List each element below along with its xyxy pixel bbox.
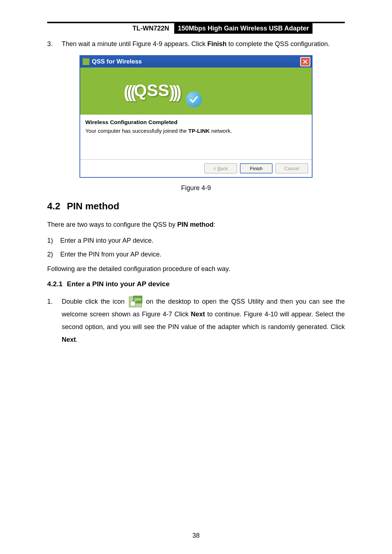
wave-right-icon: ))) — [169, 82, 179, 101]
qss-desktop-icon: QSS — [129, 296, 142, 307]
model-desc: 150Mbps High Gain Wireless USB Adapter — [174, 23, 313, 34]
finish-button[interactable]: Finish — [240, 163, 273, 173]
dialog-heading: Wireless Configuration Completed — [85, 119, 307, 126]
doc-header: TL-WN722N 150Mbps High Gain Wireless USB… — [47, 22, 345, 34]
dialog-footer: < Back Finish Cancel — [80, 159, 312, 177]
shortcut-arrow-icon — [130, 301, 135, 306]
step-num: 3. — [47, 40, 62, 48]
list-item: 1) Enter a PIN into your AP device. — [47, 236, 345, 246]
qss-logo: (((QSS))) — [124, 81, 179, 102]
qss-app-icon — [82, 58, 90, 65]
list-item: 2) Enter the PIN from your AP device. — [47, 250, 345, 260]
step-num: 1. — [47, 295, 62, 346]
cancel-button[interactable]: Cancel — [275, 163, 308, 173]
figure-4-9-wrap: QSS for Wireless (((QSS))) Wireless — [47, 55, 345, 192]
figure-caption: Figure 4-9 — [181, 184, 211, 192]
qss-dialog: QSS for Wireless (((QSS))) Wireless — [79, 55, 313, 178]
section-4-2-heading: 4.2PIN method — [47, 201, 345, 212]
close-icon — [303, 59, 308, 64]
wave-left-icon: ((( — [124, 82, 134, 101]
pin-intro: There are two ways to configure the QSS … — [47, 220, 345, 230]
pin-ways-list: 1) Enter a PIN into your AP device. 2) E… — [47, 236, 345, 260]
dialog-banner: (((QSS))) — [80, 67, 312, 115]
dialog-text: Your computer has successfully joined th… — [85, 128, 307, 134]
section-4-2-1-heading: 4.2.1Enter a PIN into your AP device — [47, 280, 345, 288]
step-text: Then wait a minute until Figure 4-9 appe… — [62, 40, 345, 48]
step-1: 1. Double click the icon QSS on the desk… — [47, 295, 345, 346]
model-code: TL-WN722N — [132, 23, 174, 34]
step-3: 3. Then wait a minute until Figure 4-9 a… — [47, 40, 345, 48]
back-button[interactable]: < Back — [204, 163, 237, 173]
dialog-title: QSS for Wireless — [92, 58, 300, 65]
dialog-titlebar: QSS for Wireless — [80, 56, 312, 67]
following-text: Following are the detailed configuration… — [47, 264, 345, 274]
dialog-body: Wireless Configuration Completed Your co… — [80, 115, 312, 159]
close-button[interactable] — [300, 57, 310, 66]
page-number: 38 — [192, 532, 200, 539]
checkmark-icon — [186, 91, 202, 107]
step-text: Double click the icon QSS on the desktop… — [62, 295, 345, 346]
